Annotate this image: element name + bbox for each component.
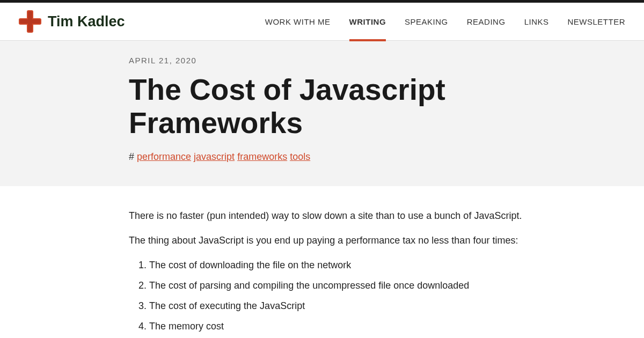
nav-reading[interactable]: READING xyxy=(467,17,506,41)
article-body: There is no faster (pun intended) way to… xyxy=(0,186,644,338)
site-title: Tim Kadlec xyxy=(48,13,125,30)
tag-tools[interactable]: tools xyxy=(290,151,310,162)
nav-newsletter[interactable]: NEWSLETTER xyxy=(567,17,625,41)
main-nav: WORK WITH ME WRITING SPEAKING READING LI… xyxy=(265,17,625,26)
logo-container[interactable]: Tim Kadlec xyxy=(19,10,125,33)
article-date: APRIL 21, 2020 xyxy=(129,56,537,65)
nav-speaking[interactable]: SPEAKING xyxy=(405,17,448,41)
tag-frameworks[interactable]: frameworks xyxy=(237,151,287,162)
intro-paragraph-1: There is no faster (pun intended) way to… xyxy=(129,209,537,224)
nav-work-with-me[interactable]: WORK WITH ME xyxy=(265,17,331,41)
nav-links[interactable]: LINKS xyxy=(524,17,549,41)
tag-prefix: # xyxy=(129,151,137,162)
tag-performance[interactable]: performance xyxy=(137,151,191,162)
intro-paragraph-2: The thing about JavaScript is you end up… xyxy=(129,233,537,248)
tags-row: # performance javascript frameworks tool… xyxy=(129,151,537,163)
plus-logo-icon xyxy=(19,10,41,33)
cost-list: The cost of downloading the file on the … xyxy=(149,258,537,334)
list-item: The cost of parsing and compiling the un… xyxy=(149,278,537,293)
article-hero: APRIL 21, 2020 The Cost of Javascript Fr… xyxy=(0,41,644,186)
tag-javascript[interactable]: javascript xyxy=(194,151,235,162)
article-title: The Cost of Javascript Frameworks xyxy=(129,74,537,139)
svg-rect-3 xyxy=(20,19,40,24)
list-item: The cost of downloading the file on the … xyxy=(149,258,537,273)
nav-writing[interactable]: WRITING xyxy=(349,17,386,41)
list-item: The memory cost xyxy=(149,319,537,334)
site-header: Tim Kadlec WORK WITH ME WRITING SPEAKING… xyxy=(0,3,644,41)
list-item: The cost of executing the JavaScript xyxy=(149,299,537,314)
